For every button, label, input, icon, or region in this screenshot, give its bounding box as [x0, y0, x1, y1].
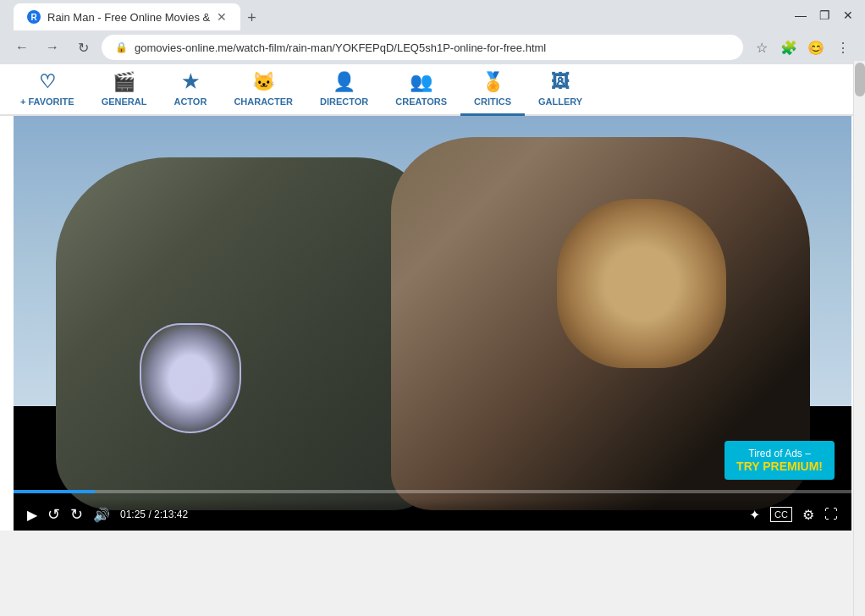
- window-controls: — ❐ ✕: [791, 5, 858, 25]
- total-time: 2:13:42: [154, 509, 188, 520]
- site-content: ♡ + FAVORITE 🎬 GENERAL ★ ACTOR 🐱 CHARACT…: [0, 64, 865, 531]
- scene-figure-left: [56, 157, 433, 510]
- tab-director-label: DIRECTOR: [320, 96, 368, 107]
- video-controls: ▶ ↺ ↻ 🔊 01:25 / 2:13:42 ✦ CC ⚙ ⛶: [14, 498, 851, 531]
- play-button[interactable]: ▶: [27, 507, 37, 523]
- url-text: gomovies-online.me/watch-film/rain-man/Y…: [135, 41, 546, 54]
- tab-title: Rain Man - Free Online Movies &: [47, 11, 210, 24]
- profile-button[interactable]: 😊: [804, 36, 828, 59]
- new-tab-button[interactable]: +: [240, 6, 263, 30]
- video-frame: Tired of Ads – TRY PREMIUM! ▶ ↺ ↻ 🔊 01:2…: [14, 116, 851, 531]
- current-time: 01:25: [120, 509, 146, 520]
- maximize-button[interactable]: ❐: [814, 5, 835, 25]
- tab-general[interactable]: 🎬 GENERAL: [88, 64, 161, 116]
- scrollbar[interactable]: [853, 61, 865, 616]
- character-icon: 🐱: [252, 71, 275, 93]
- tab-favorite-label: + FAVORITE: [20, 96, 74, 107]
- progress-bar[interactable]: [14, 490, 851, 493]
- director-icon: 👤: [333, 71, 355, 93]
- scene-face: [557, 199, 726, 368]
- general-icon: 🎬: [113, 71, 135, 93]
- url-bar[interactable]: 🔒 gomovies-online.me/watch-film/rain-man…: [102, 35, 743, 60]
- refresh-button[interactable]: ↻: [71, 36, 95, 59]
- favorite-icon: ♡: [39, 71, 56, 93]
- creators-icon: 👥: [410, 71, 432, 93]
- actor-icon: ★: [182, 71, 199, 93]
- back-button[interactable]: ←: [10, 36, 34, 59]
- bookmark-button[interactable]: ☆: [750, 36, 774, 59]
- tab-favorite[interactable]: ♡ + FAVORITE: [7, 64, 88, 116]
- tab-character-label: CHARACTER: [234, 96, 293, 107]
- tab-actor[interactable]: ★ ACTOR: [160, 64, 220, 116]
- tab-character[interactable]: 🐱 CHARACTER: [220, 64, 306, 116]
- tab-critics-label: CRITICS: [474, 96, 511, 107]
- tab-gallery-label: GALLERY: [538, 96, 582, 107]
- tab-creators-label: CREATORS: [395, 96, 447, 107]
- tab-critics[interactable]: 🏅 CRITICS: [460, 64, 525, 116]
- active-tab[interactable]: R Rain Man - Free Online Movies & ✕: [14, 3, 240, 30]
- extensions-button[interactable]: 🧩: [777, 36, 801, 59]
- forward-10-button[interactable]: ↻: [70, 505, 83, 524]
- right-controls: ✦ CC ⚙ ⛶: [749, 507, 838, 523]
- gallery-icon: 🖼: [551, 71, 570, 93]
- tab-actor-label: ACTOR: [174, 96, 207, 107]
- lock-icon: 🔒: [115, 41, 128, 53]
- address-bar: ← → ↻ 🔒 gomovies-online.me/watch-film/ra…: [0, 30, 865, 64]
- ad-line1: Tired of Ads –: [736, 448, 823, 459]
- tab-general-label: GENERAL: [102, 96, 147, 107]
- minimize-button[interactable]: —: [791, 5, 811, 25]
- tab-creators[interactable]: 👥 CREATORS: [382, 64, 460, 116]
- fullscreen-button[interactable]: ⛶: [824, 507, 838, 522]
- tab-bar: R Rain Man - Free Online Movies & ✕ +: [7, 0, 263, 30]
- ad-line2: TRY PREMIUM!: [736, 459, 823, 473]
- tab-gallery[interactable]: 🖼 GALLERY: [525, 64, 596, 116]
- tab-director[interactable]: 👤 DIRECTOR: [306, 64, 382, 116]
- tab-favicon: R: [27, 10, 41, 24]
- settings-star-button[interactable]: ✦: [749, 507, 760, 523]
- forward-button[interactable]: →: [41, 36, 64, 59]
- nav-tabs: ♡ + FAVORITE 🎬 GENERAL ★ ACTOR 🐱 CHARACT…: [0, 64, 865, 116]
- time-display: 01:25 / 2:13:42: [120, 509, 188, 520]
- rewind-10-button[interactable]: ↺: [47, 505, 60, 524]
- volume-button[interactable]: 🔊: [93, 507, 110, 523]
- close-button[interactable]: ✕: [838, 5, 858, 25]
- menu-button[interactable]: ⋮: [831, 36, 855, 59]
- title-bar: R Rain Man - Free Online Movies & ✕ + — …: [0, 0, 865, 30]
- ad-overlay[interactable]: Tired of Ads – TRY PREMIUM!: [725, 441, 835, 480]
- tab-close-button[interactable]: ✕: [217, 10, 227, 24]
- scrollbar-thumb[interactable]: [855, 63, 865, 96]
- settings-button[interactable]: ⚙: [802, 507, 814, 523]
- address-actions: ☆ 🧩 😊 ⋮: [750, 36, 855, 59]
- critics-icon: 🏅: [482, 71, 504, 93]
- video-container: Tired of Ads – TRY PREMIUM! ▶ ↺ ↻ 🔊 01:2…: [14, 116, 851, 531]
- scene-shield: [140, 323, 241, 433]
- browser-chrome: R Rain Man - Free Online Movies & ✕ + — …: [0, 0, 865, 64]
- captions-button[interactable]: CC: [770, 507, 792, 522]
- progress-fill: [14, 490, 95, 493]
